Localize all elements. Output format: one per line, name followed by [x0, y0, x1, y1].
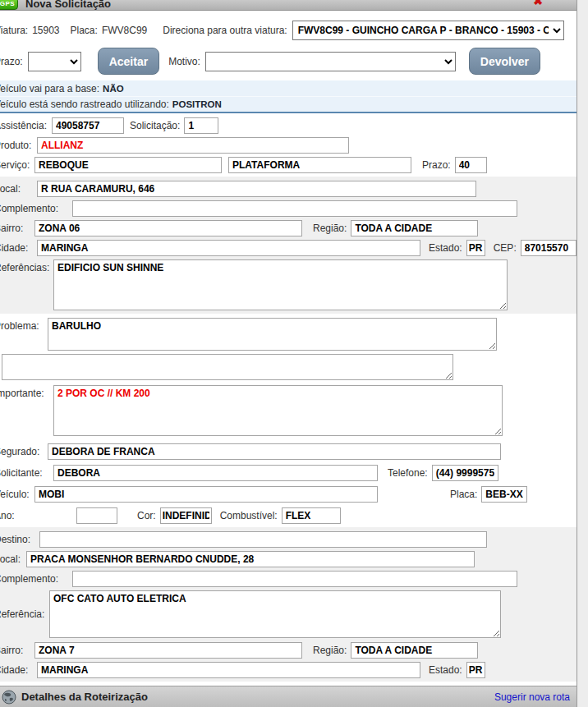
referencias-label: Referências:	[0, 259, 53, 273]
placa-label: Placa:	[71, 25, 98, 36]
problema-label: Problema:	[0, 318, 48, 332]
cep-input[interactable]	[521, 240, 577, 256]
cor-input[interactable]	[160, 507, 212, 524]
assistencia-input[interactable]	[52, 117, 124, 134]
veiculo-label: Veículo:	[0, 489, 34, 500]
destino-local-input[interactable]	[26, 551, 475, 567]
regiao-label: Região:	[313, 223, 347, 234]
estado-input[interactable]	[466, 240, 485, 256]
referencias-textarea[interactable]: EDIFICIO SUN SHINNE	[53, 259, 508, 310]
destino-complemento-input[interactable]	[72, 571, 517, 587]
direciona-label: Direciona para outra viatura:	[163, 25, 287, 36]
solicitacao-input[interactable]	[184, 117, 218, 134]
telefone-label: Telefone:	[388, 467, 428, 479]
importante-textarea[interactable]: 2 POR OC // KM 200	[53, 385, 503, 436]
destino-regiao-label: Região:	[313, 645, 347, 656]
solicitante-input[interactable]	[53, 465, 378, 481]
prazo-label: Prazo:	[0, 56, 23, 67]
combustivel-label: Combustível:	[220, 510, 278, 521]
bairro-input[interactable]	[34, 220, 302, 236]
dispatch-header: Viatura: 15903 Placa: FWV8C99 Direciona …	[0, 11, 577, 75]
veiculo-input[interactable]	[34, 486, 378, 503]
destino-complemento-label: Complemento:	[0, 573, 72, 585]
section-request: Assistência: Solicitação: Produto: Servi…	[0, 113, 577, 177]
devolver-button[interactable]: Devolver	[469, 48, 540, 75]
placa-veiculo-input[interactable]	[481, 486, 527, 503]
cep-label: CEP:	[494, 242, 517, 254]
produto-input[interactable]	[37, 137, 349, 154]
window-titlebar: GPS Nova Solicitação ✖	[0, 0, 577, 11]
importante-label: Importante:	[0, 385, 53, 399]
footer-title: Detalhes da Roteirização	[21, 691, 148, 703]
destino-regiao-input[interactable]	[351, 642, 478, 659]
globe-icon	[2, 690, 16, 705]
destino-cidade-label: Cidade:	[0, 664, 37, 676]
prazo-req-input[interactable]	[455, 157, 487, 173]
destino-referencia-label: Referência:	[0, 608, 49, 620]
destino-bairro-label: Bairro:	[0, 645, 34, 656]
problema-textarea[interactable]: BARULHO	[48, 318, 497, 351]
observacao-textarea[interactable]	[2, 354, 453, 380]
destino-local-label: Local:	[0, 553, 26, 565]
aceitar-button[interactable]: Aceitar	[98, 48, 159, 75]
cidade-label: Cidade:	[0, 242, 37, 254]
base-value: NÃO	[103, 84, 124, 94]
combustivel-input[interactable]	[282, 507, 341, 524]
ano-label: Ano:	[0, 510, 76, 521]
destino-estado-label: Estado:	[429, 664, 462, 676]
viatura-label: Viatura:	[0, 25, 28, 36]
window-title: Nova Solicitação	[25, 0, 111, 10]
motivo-label: Motivo:	[168, 56, 200, 67]
viatura-value: 15903	[32, 25, 59, 36]
servico-tipo-input[interactable]	[228, 157, 411, 173]
destino-referencia-textarea[interactable]: OFC CATO AUTO ELETRICA	[49, 590, 501, 638]
regiao-input[interactable]	[351, 220, 478, 236]
screenshot-viewport: GPS Nova Solicitação ✖ Viatura: 15903 Pl…	[0, 0, 588, 707]
nova-solicitacao-window: GPS Nova Solicitação ✖ Viatura: 15903 Pl…	[0, 0, 577, 707]
destino-bairro-input[interactable]	[34, 642, 302, 659]
section-ocorrencia: Problema: BARULHO Importante: 2 POR OC /…	[0, 314, 577, 527]
info-bar-rastreio: Veículo está sendo rastreado utilizando:…	[0, 97, 577, 113]
routing-footer: Detalhes da Roteirização Sugerir nova ro…	[0, 686, 577, 707]
local-input[interactable]	[37, 181, 476, 197]
prazo-req-label: Prazo:	[422, 159, 451, 171]
placa-veiculo-label: Placa:	[450, 489, 477, 500]
bairro-label: Bairro:	[0, 223, 34, 234]
cor-label: Cor:	[137, 510, 156, 521]
assistencia-label: Assistência:	[0, 120, 52, 131]
segurado-label: Segurado:	[0, 446, 48, 457]
estado-label: Estado:	[429, 242, 462, 254]
destino-estado-input[interactable]	[466, 662, 485, 678]
info-bar-base: Veículo vai para a base: NÃO	[0, 80, 577, 97]
motivo-select[interactable]	[205, 52, 456, 71]
destino-label: Destino:	[0, 534, 39, 545]
rastreio-value: POSITRON	[172, 99, 222, 109]
base-label: Veículo vai para a base:	[0, 83, 99, 94]
placa-value: FWV8C99	[102, 25, 147, 36]
servico-label: Serviço:	[0, 159, 34, 171]
solicitacao-label: Solicitação:	[130, 120, 180, 131]
cidade-input[interactable]	[37, 240, 420, 256]
rastreio-label: Veículo está sendo rastreado utilizando:	[0, 99, 169, 110]
direciona-viatura-select[interactable]: FWV8C99 - GUINCHO CARGA P - BRANCO - 159…	[292, 21, 564, 40]
ano-input[interactable]	[76, 507, 117, 524]
destino-input[interactable]	[39, 531, 487, 548]
section-destino: Destino: Local: Complemento: Referência:…	[0, 527, 577, 682]
telefone-input[interactable]	[432, 465, 498, 481]
local-label: Local:	[0, 183, 37, 195]
segurado-input[interactable]	[48, 443, 501, 460]
servico-input[interactable]	[34, 157, 222, 173]
complemento-label: Complemento:	[0, 203, 72, 214]
gps-icon: GPS	[0, 0, 18, 10]
section-origem: Local: Complemento: Bairro: Região: Cida…	[0, 177, 577, 314]
produto-label: Produto:	[0, 140, 37, 151]
destino-cidade-input[interactable]	[37, 662, 420, 678]
sugerir-nova-rota-link[interactable]: Sugerir nova rota	[494, 691, 570, 703]
solicitante-label: Solicitante:	[0, 467, 53, 479]
complemento-input[interactable]	[72, 200, 517, 217]
prazo-select[interactable]	[28, 52, 81, 71]
close-icon[interactable]: ✖	[533, 0, 543, 7]
